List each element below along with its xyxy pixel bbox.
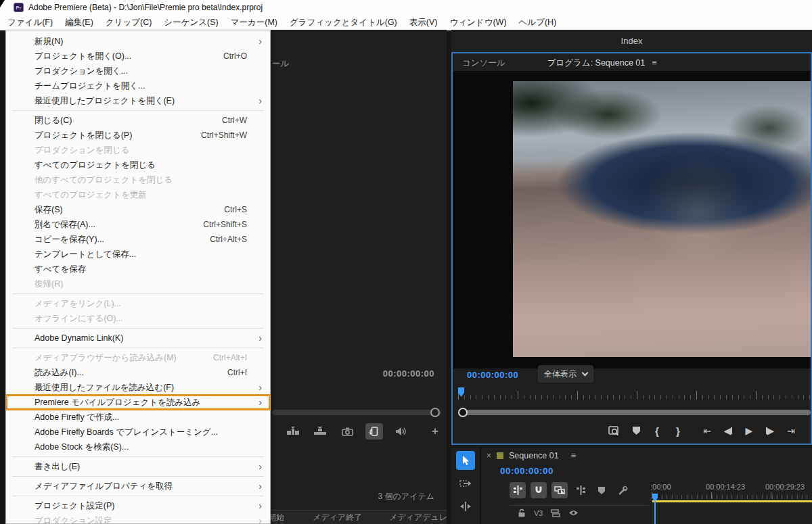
timeline-timecode[interactable]: 00:00:00:00 — [500, 466, 554, 476]
menu-item-label: メディアブラウザーから読み込み(M) — [35, 352, 205, 364]
file-menu-item[interactable]: 書き出し(E)› — [6, 459, 270, 474]
add-marker-icon[interactable] — [631, 426, 641, 435]
submenu-arrow-icon: › — [255, 461, 262, 472]
menu-separator — [12, 328, 264, 329]
file-menu-item[interactable]: Adobe Firefly Boards でブレインストーミング... — [6, 425, 270, 439]
overwrite-icon[interactable] — [311, 423, 329, 439]
compare-frame-icon[interactable] — [608, 426, 620, 436]
ripple-edit-tool[interactable] — [456, 497, 475, 516]
menu-clip[interactable]: クリップ(C) — [99, 15, 158, 30]
go-to-in-icon[interactable]: ⇤ — [702, 425, 712, 436]
close-icon[interactable]: × — [487, 451, 491, 460]
file-menu-item[interactable]: 最近使用したファイルを読み込む(F)› — [6, 380, 270, 395]
file-menu-item[interactable]: Premiere モバイルプロジェクトを読み込み› — [6, 395, 270, 410]
file-menu-item[interactable]: すべてを保存 — [6, 262, 270, 277]
file-menu-item[interactable]: 別名で保存(A)...Ctrl+Shift+S — [6, 217, 270, 232]
panel-menu-icon[interactable]: ≡ — [571, 450, 577, 460]
menu-marker[interactable]: マーカー(M) — [225, 15, 284, 30]
program-scrollbar[interactable] — [458, 410, 811, 415]
program-scrollbar-handle[interactable] — [458, 408, 468, 417]
file-menu-item[interactable]: Adobe Dynamic Link(K)› — [6, 331, 270, 346]
file-menu-item[interactable]: Adobe Firefly で作成... — [6, 410, 270, 425]
menu-sequence[interactable]: シーケンス(S) — [158, 15, 224, 30]
file-menu-item[interactable]: 読み込み(I)...Ctrl+I — [6, 365, 270, 380]
timeline-ruler-labels[interactable]: :00:00 00:00:14:23 00:00:29:23 00:0 — [649, 483, 812, 492]
snap-icon[interactable] — [531, 482, 547, 498]
column-media-duration[interactable]: メディアデュレー — [389, 512, 447, 523]
track-sync-icon[interactable] — [551, 509, 560, 517]
file-menu-item[interactable]: メディアファイルプロパティを取得› — [6, 479, 270, 494]
tab-console[interactable]: コンソール — [462, 57, 505, 69]
file-menu-item[interactable]: プロダクションを開く... — [6, 64, 270, 78]
step-forward-icon[interactable]: ▶ — [765, 425, 775, 436]
selection-tool[interactable] — [456, 451, 475, 470]
mark-out-icon[interactable]: } — [673, 425, 683, 437]
file-menu-item[interactable]: 新規(N)› — [6, 34, 270, 49]
file-menu-item[interactable]: Adobe Stock を検索(S)... — [6, 439, 270, 454]
menu-graphics[interactable]: グラフィックとタイトル(G) — [284, 15, 403, 30]
mark-in-icon[interactable]: { — [652, 425, 662, 437]
program-timecode[interactable]: 00:00:00:00 — [467, 370, 518, 380]
file-menu-item: メディアをリンク(L)... — [6, 296, 270, 311]
file-menu-item[interactable]: プロジェクトを開く(O)...Ctrl+O — [6, 49, 270, 64]
menu-item-label: チームプロジェクトを開く... — [35, 80, 247, 92]
edit-on-mobile-icon[interactable] — [365, 423, 383, 439]
timeline-settings-icon[interactable] — [614, 482, 631, 498]
file-menu-item[interactable]: チームプロジェクトを開く... — [6, 78, 270, 93]
video-preview-skatepark — [513, 81, 811, 357]
keyframes-icon[interactable] — [572, 482, 589, 498]
timeline-tab[interactable]: × Sequence 01 ≡ — [487, 450, 576, 460]
submenu-arrow-icon: › — [255, 382, 262, 393]
program-time-ruler[interactable] — [458, 389, 811, 400]
title-bar: Pr Adobe Premiere (Beta) - D:\Jon\File\P… — [0, 0, 812, 15]
panel-menu-icon[interactable]: ≡ — [652, 57, 657, 68]
track-label[interactable]: V3 — [534, 509, 543, 517]
source-zoom-scrollbar-handle[interactable] — [430, 408, 440, 417]
menu-file[interactable]: ファイル(F) — [1, 15, 59, 30]
tab-program-sequence[interactable]: プログラム: Sequence 01 — [547, 57, 646, 72]
menu-item-label: プロダクション設定 — [35, 515, 247, 524]
track-lock-icon[interactable] — [518, 508, 526, 517]
timeline-panel: × Sequence 01 ≡ 00:00:00:00 — [451, 448, 812, 524]
menu-edit[interactable]: 編集(E) — [59, 15, 99, 30]
submenu-arrow-icon: › — [255, 333, 262, 343]
column-media-end[interactable]: メディア終了 — [313, 512, 362, 523]
column-media-start[interactable]: 開始 — [271, 512, 284, 523]
insert-icon[interactable] — [284, 423, 302, 439]
file-menu-item: プロダクション設定› — [6, 513, 270, 524]
add-marker-icon[interactable] — [593, 482, 610, 498]
play-icon[interactable]: ▶ — [744, 425, 754, 436]
file-menu-item[interactable]: すべてのプロジェクトを閉じる — [6, 158, 270, 172]
menu-item-label: プロダクションを閉じる — [35, 145, 247, 156]
linked-selection-icon[interactable] — [551, 482, 568, 498]
menu-bar: ファイル(F) 編集(E) クリップ(C) シーケンス(S) マーカー(M) グ… — [0, 15, 812, 30]
menu-item-label: すべてを保存 — [35, 264, 247, 275]
track-output-eye-icon[interactable] — [568, 509, 579, 517]
source-zoom-scrollbar[interactable] — [272, 410, 441, 415]
step-back-icon[interactable]: ◀ — [723, 425, 733, 436]
submenu-arrow-icon: › — [255, 95, 262, 106]
file-menu-item[interactable]: 閉じる(C)Ctrl+W — [6, 113, 270, 128]
button-editor-add-icon[interactable]: + — [432, 425, 438, 438]
file-menu-item[interactable]: 最近使用したプロジェクトを開く(E)› — [6, 93, 270, 108]
file-menu-item[interactable]: プロジェクトを閉じる(P)Ctrl+Shift+W — [6, 128, 270, 143]
menu-window[interactable]: ウィンドウ(W) — [443, 15, 512, 30]
premiere-app-icon: Pr — [14, 3, 24, 12]
program-zoom-select[interactable]: 全体表示 — [538, 365, 593, 383]
insert-as-nest-icon[interactable] — [510, 482, 526, 498]
go-to-out-icon[interactable]: ⇥ — [786, 425, 796, 436]
file-menu-item[interactable]: 保存(S)Ctrl+S — [6, 202, 270, 217]
render-bar-yellow — [652, 500, 812, 502]
file-menu-item: すべてのプロジェクトを更新 — [6, 187, 270, 202]
menu-help[interactable]: ヘルプ(H) — [513, 15, 563, 30]
track-select-forward-tool[interactable] — [456, 474, 475, 493]
file-menu-item[interactable]: プロジェクト設定(P)› — [6, 498, 270, 513]
timeline-ruler[interactable] — [652, 492, 812, 499]
file-menu-item[interactable]: コピーを保存(Y)...Ctrl+Alt+S — [6, 232, 270, 247]
menu-item-label: Adobe Dynamic Link(K) — [35, 333, 247, 343]
mute-icon[interactable] — [392, 423, 410, 439]
file-menu-item[interactable]: テンプレートとして保存... — [6, 247, 270, 262]
source-tab-partial-label[interactable]: ール — [272, 58, 289, 70]
export-frame-icon[interactable] — [338, 423, 356, 439]
menu-view[interactable]: 表示(V) — [403, 15, 444, 30]
